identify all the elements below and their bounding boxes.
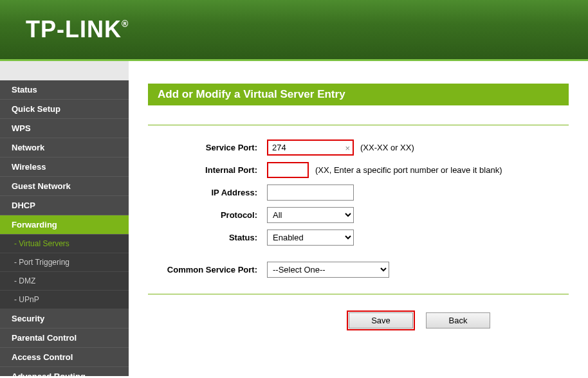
brand-logo: TP-LINK® [26, 16, 129, 43]
nav-dmz[interactable]: - DMZ [0, 272, 129, 291]
nav-dhcp[interactable]: DHCP [0, 196, 129, 215]
nav-network[interactable]: Network [0, 138, 129, 158]
protocol-label: Protocol: [148, 210, 267, 220]
nav-access-control[interactable]: Access Control [0, 348, 129, 367]
common-service-port-label: Common Service Port: [148, 265, 267, 274]
nav-parental-control[interactable]: Parental Control [0, 328, 129, 348]
nav-wps[interactable]: WPS [0, 119, 129, 138]
clear-input-icon[interactable]: × [345, 143, 350, 152]
nav-security[interactable]: Security [0, 309, 129, 328]
content-area: Add or Modify a Virtual Server Entry Ser… [129, 61, 588, 376]
nav-quick-setup[interactable]: Quick Setup [0, 100, 129, 119]
service-port-label: Service Port: [148, 143, 267, 152]
protocol-select[interactable]: All [267, 207, 354, 223]
back-button[interactable]: Back [426, 312, 490, 328]
nav-guest-network[interactable]: Guest Network [0, 177, 129, 196]
ip-address-input[interactable] [267, 184, 354, 201]
page-title: Add or Modify a Virtual Server Entry [148, 84, 569, 105]
header: TP-LINK® [0, 0, 588, 61]
nav-wireless[interactable]: Wireless [0, 158, 129, 177]
status-label: Status: [148, 233, 267, 242]
nav-virtual-servers[interactable]: - Virtual Servers [0, 235, 129, 253]
service-port-input[interactable] [267, 140, 354, 156]
status-select[interactable]: Enabled [267, 230, 354, 246]
internal-port-input[interactable] [267, 162, 309, 178]
nav-forwarding[interactable]: Forwarding [0, 215, 129, 235]
nav-advanced-routing[interactable]: Advanced Routing [0, 367, 129, 376]
service-port-hint: (XX-XX or XX) [360, 143, 414, 152]
internal-port-label: Internal Port: [148, 165, 267, 175]
sidebar: Status Quick Setup WPS Network Wireless … [0, 61, 129, 376]
internal-port-hint: (XX, Enter a specific port number or lea… [315, 165, 502, 175]
ip-address-label: IP Address: [148, 188, 267, 197]
common-service-port-select[interactable]: --Select One-- [267, 262, 389, 278]
nav-upnp[interactable]: - UPnP [0, 291, 129, 309]
nav-port-triggering[interactable]: - Port Triggering [0, 253, 129, 272]
nav-status[interactable]: Status [0, 80, 129, 100]
save-button[interactable]: Save [349, 312, 413, 328]
